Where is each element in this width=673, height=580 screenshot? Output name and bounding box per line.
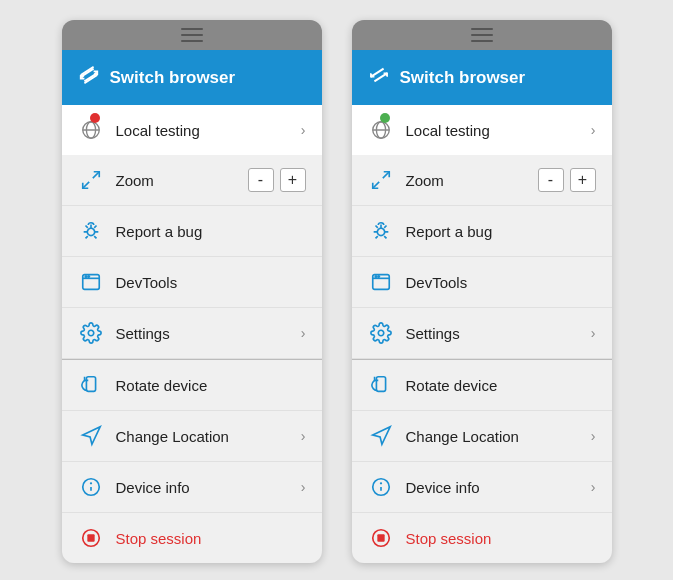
report-bug-item-right[interactable]: Report a bug — [352, 206, 612, 257]
hamburger-line-3 — [181, 40, 203, 42]
rotate-device-item-left[interactable]: Rotate device — [62, 360, 322, 411]
bug-icon-right — [368, 218, 394, 244]
rotate-device-item-right[interactable]: Rotate device — [352, 360, 612, 411]
svg-point-7 — [87, 228, 94, 235]
zoom-icon-left — [78, 167, 104, 193]
local-testing-dot-right — [380, 113, 390, 123]
settings-label-right: Settings — [406, 325, 579, 342]
zoom-item-left[interactable]: Zoom - + — [62, 155, 322, 206]
svg-point-31 — [377, 276, 378, 277]
rotate-device-label-right: Rotate device — [406, 377, 596, 394]
svg-rect-13 — [86, 377, 95, 392]
stop-icon-right — [368, 525, 394, 551]
settings-icon-left — [78, 320, 104, 346]
switch-browser-button-right[interactable]: Switch browser — [352, 50, 612, 105]
svg-rect-33 — [376, 377, 385, 392]
location-icon-right — [368, 423, 394, 449]
local-testing-chevron-left: › — [301, 122, 306, 138]
report-bug-label-left: Report a bug — [116, 223, 306, 240]
location-icon-left — [78, 423, 104, 449]
settings-chevron-right: › — [591, 325, 596, 341]
zoom-label-right: Zoom — [406, 172, 526, 189]
hamburger-line-1 — [181, 28, 203, 30]
svg-point-30 — [375, 276, 376, 277]
local-testing-chevron-right: › — [591, 122, 596, 138]
change-location-item-left[interactable]: Change Location › — [62, 411, 322, 462]
stop-session-label-left: Stop session — [116, 530, 306, 547]
svg-line-26 — [372, 182, 378, 188]
zoom-controls-left: - + — [248, 168, 306, 192]
svg-line-5 — [92, 172, 98, 178]
phone-panel-left: Switch browser Local testing › — [62, 20, 322, 563]
device-info-chevron-right: › — [591, 479, 596, 495]
device-info-label-right: Device info — [406, 479, 579, 496]
zoom-minus-left[interactable]: - — [248, 168, 274, 192]
rotate-icon-right — [368, 372, 394, 398]
local-testing-icon-right — [368, 117, 394, 143]
device-info-icon-left — [78, 474, 104, 500]
local-testing-section-left: Local testing › — [62, 105, 322, 155]
local-testing-section-right: Local testing › — [352, 105, 612, 155]
switch-icon-right — [368, 64, 390, 91]
zoom-label-left: Zoom — [116, 172, 236, 189]
hamburger-line-r2 — [471, 34, 493, 36]
hamburger-line-r1 — [471, 28, 493, 30]
svg-rect-19 — [87, 534, 94, 541]
local-testing-item-left[interactable]: Local testing › — [62, 105, 322, 155]
device-info-icon-right — [368, 474, 394, 500]
change-location-label-left: Change Location — [116, 428, 289, 445]
zoom-plus-left[interactable]: + — [280, 168, 306, 192]
rotate-device-label-left: Rotate device — [116, 377, 306, 394]
switch-browser-label-right: Switch browser — [400, 68, 526, 88]
svg-point-27 — [377, 228, 384, 235]
zoom-minus-right[interactable]: - — [538, 168, 564, 192]
change-location-label-right: Change Location — [406, 428, 579, 445]
stop-session-item-left[interactable]: Stop session — [62, 513, 322, 563]
svg-line-6 — [82, 182, 88, 188]
svg-point-32 — [378, 330, 384, 336]
settings-item-right[interactable]: Settings › — [352, 308, 612, 359]
zoom-item-right[interactable]: Zoom - + — [352, 155, 612, 206]
rotate-icon-left — [78, 372, 104, 398]
svg-rect-39 — [377, 534, 384, 541]
settings-label-left: Settings — [116, 325, 289, 342]
stop-icon-left — [78, 525, 104, 551]
settings-item-left[interactable]: Settings › — [62, 308, 322, 359]
top-bar-left — [62, 20, 322, 50]
local-testing-label-right: Local testing — [406, 122, 579, 139]
zoom-controls-right: - + — [538, 168, 596, 192]
zoom-plus-right[interactable]: + — [570, 168, 596, 192]
main-menu-left: Zoom - + Repor — [62, 155, 322, 563]
zoom-icon-right — [368, 167, 394, 193]
hamburger-line-r3 — [471, 40, 493, 42]
switch-browser-button-left[interactable]: Switch browser — [62, 50, 322, 105]
devtools-item-right[interactable]: DevTools — [352, 257, 612, 308]
stop-session-item-right[interactable]: Stop session — [352, 513, 612, 563]
switch-icon-left — [78, 64, 100, 91]
hamburger-icon — [181, 28, 203, 42]
settings-icon-right — [368, 320, 394, 346]
top-bar-right — [352, 20, 612, 50]
change-location-chevron-left: › — [301, 428, 306, 444]
devtools-label-left: DevTools — [116, 274, 306, 291]
main-menu-right: Zoom - + Repor — [352, 155, 612, 563]
report-bug-item-left[interactable]: Report a bug — [62, 206, 322, 257]
svg-marker-34 — [372, 427, 389, 444]
hamburger-icon-right — [471, 28, 493, 42]
panels-container: Switch browser Local testing › — [42, 0, 632, 580]
device-info-item-right[interactable]: Device info › — [352, 462, 612, 513]
settings-chevron-left: › — [301, 325, 306, 341]
switch-browser-label-left: Switch browser — [110, 68, 236, 88]
device-info-item-left[interactable]: Device info › — [62, 462, 322, 513]
change-location-chevron-right: › — [591, 428, 596, 444]
devtools-item-left[interactable]: DevTools — [62, 257, 322, 308]
svg-line-25 — [382, 172, 388, 178]
local-testing-dot-left — [90, 113, 100, 123]
hamburger-line-2 — [181, 34, 203, 36]
svg-point-10 — [85, 276, 86, 277]
devtools-icon-right — [368, 269, 394, 295]
device-info-label-left: Device info — [116, 479, 289, 496]
svg-point-11 — [87, 276, 88, 277]
change-location-item-right[interactable]: Change Location › — [352, 411, 612, 462]
local-testing-item-right[interactable]: Local testing › — [352, 105, 612, 155]
